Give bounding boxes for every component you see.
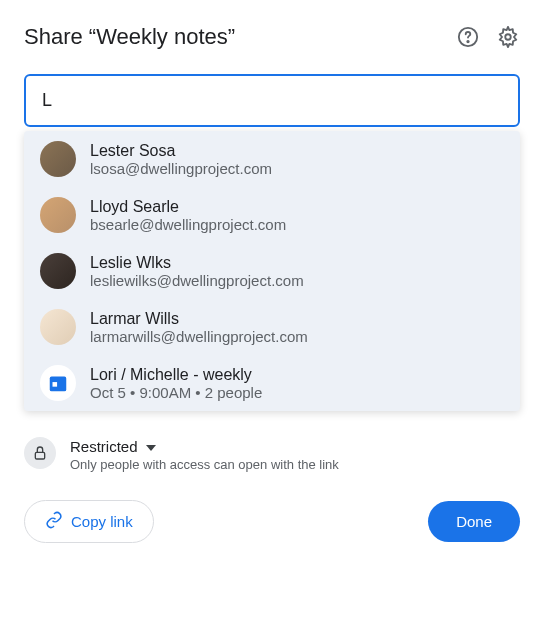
suggestion-email: larmarwills@dwellingproject.com <box>90 328 308 345</box>
suggestion-item[interactable]: Lloyd Searle bsearle@dwellingproject.com <box>24 187 520 243</box>
suggestion-email: lesliewilks@dwellingproject.com <box>90 272 304 289</box>
suggestion-item[interactable]: Larmar Wills larmarwills@dwellingproject… <box>24 299 520 355</box>
suggestion-email: bsearle@dwellingproject.com <box>90 216 286 233</box>
suggestion-name: Lori / Michelle - weekly <box>90 366 262 384</box>
suggestion-detail: Oct 5 • 9:00AM • 2 people <box>90 384 262 401</box>
suggestion-name: Leslie Wlks <box>90 254 304 272</box>
svg-point-2 <box>505 34 511 40</box>
calendar-icon <box>40 365 76 401</box>
help-icon[interactable] <box>456 25 480 49</box>
copy-link-label: Copy link <box>71 513 133 530</box>
suggestion-item[interactable]: Lori / Michelle - weekly Oct 5 • 9:00AM … <box>24 355 520 411</box>
suggestion-name: Lester Sosa <box>90 142 272 160</box>
suggestion-name: Larmar Wills <box>90 310 308 328</box>
svg-rect-5 <box>35 452 44 459</box>
avatar <box>40 309 76 345</box>
copy-link-button[interactable]: Copy link <box>24 500 154 543</box>
suggestion-email: lsosa@dwellingproject.com <box>90 160 272 177</box>
suggestion-item[interactable]: Leslie Wlks lesliewilks@dwellingproject.… <box>24 243 520 299</box>
suggestion-name: Lloyd Searle <box>90 198 286 216</box>
svg-point-1 <box>467 41 468 42</box>
svg-rect-3 <box>50 377 67 392</box>
avatar <box>40 197 76 233</box>
gear-icon[interactable] <box>496 25 520 49</box>
lock-icon <box>24 437 56 469</box>
svg-rect-4 <box>53 382 58 387</box>
suggestion-dropdown: Lester Sosa lsosa@dwellingproject.com Ll… <box>24 131 520 411</box>
access-description: Only people with access can open with th… <box>70 457 339 472</box>
search-input[interactable] <box>24 74 520 127</box>
access-label: Restricted <box>70 438 138 455</box>
dialog-title: Share “Weekly notes” <box>24 24 235 50</box>
link-icon <box>45 511 63 532</box>
access-dropdown[interactable]: Restricted <box>70 437 339 455</box>
avatar <box>40 253 76 289</box>
suggestion-item[interactable]: Lester Sosa lsosa@dwellingproject.com <box>24 131 520 187</box>
done-button[interactable]: Done <box>428 501 520 542</box>
avatar <box>40 141 76 177</box>
chevron-down-icon <box>146 437 156 455</box>
